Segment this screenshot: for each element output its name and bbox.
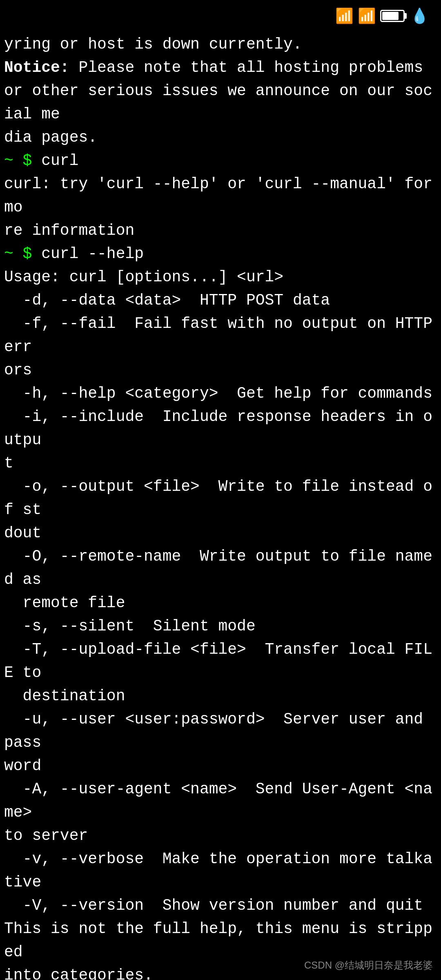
terminal-line: ~ $ curl --help	[4, 242, 433, 265]
terminal-line: -d, --data <data> HTTP POST data	[4, 289, 433, 312]
terminal-output: yring or host is down currently.Notice: …	[0, 29, 441, 980]
terminal-line: -s, --silent Silent mode	[4, 615, 433, 638]
status-bar: 📶 📶 💧	[0, 0, 441, 29]
terminal-line: -u, --user <user:password> Server user a…	[4, 708, 433, 754]
terminal-line: -A, --user-agent <name> Send User-Agent …	[4, 777, 433, 824]
terminal-line: Usage: curl [options...] <url>	[4, 265, 433, 289]
terminal-line: to server	[4, 824, 433, 847]
terminal-line: t	[4, 452, 433, 475]
terminal-line: -T, --upload-file <file> Transfer local …	[4, 638, 433, 684]
signal-icon: 📶	[358, 7, 376, 24]
wifi-icon: 📶	[335, 7, 354, 24]
terminal-line: -v, --verbose Make the operation more ta…	[4, 847, 433, 894]
terminal-line: -f, --fail Fail fast with no output on H…	[4, 312, 433, 359]
status-icons: 📶 📶 💧	[335, 7, 429, 24]
terminal-line: remote file	[4, 591, 433, 615]
terminal-line: destination	[4, 684, 433, 708]
terminal-line: dia pages.	[4, 126, 433, 149]
terminal-line: curl: try 'curl --help' or 'curl --manua…	[4, 172, 433, 219]
terminal-line: -i, --include Include response headers i…	[4, 405, 433, 452]
terminal-line: -h, --help <category> Get help for comma…	[4, 382, 433, 405]
terminal-line: Notice: Please note that all hosting pro…	[4, 56, 433, 126]
terminal-line: -o, --output <file> Write to file instea…	[4, 475, 433, 521]
terminal-line: yring or host is down currently.	[4, 33, 433, 56]
terminal-line: ors	[4, 359, 433, 382]
terminal-line: re information	[4, 219, 433, 242]
terminal-line: word	[4, 754, 433, 777]
terminal-line: -V, --version Show version number and qu…	[4, 894, 433, 917]
drop-icon: 💧	[410, 7, 429, 24]
terminal-line: dout	[4, 521, 433, 545]
terminal-line: -O, --remote-name Write output to file n…	[4, 545, 433, 591]
terminal-line: ~ $ curl	[4, 149, 433, 172]
watermark: CSDN @结城明日奈是我老婆	[304, 959, 433, 972]
battery-indicator	[380, 10, 406, 22]
terminal-line: This is not the full help, this menu is …	[4, 917, 433, 964]
